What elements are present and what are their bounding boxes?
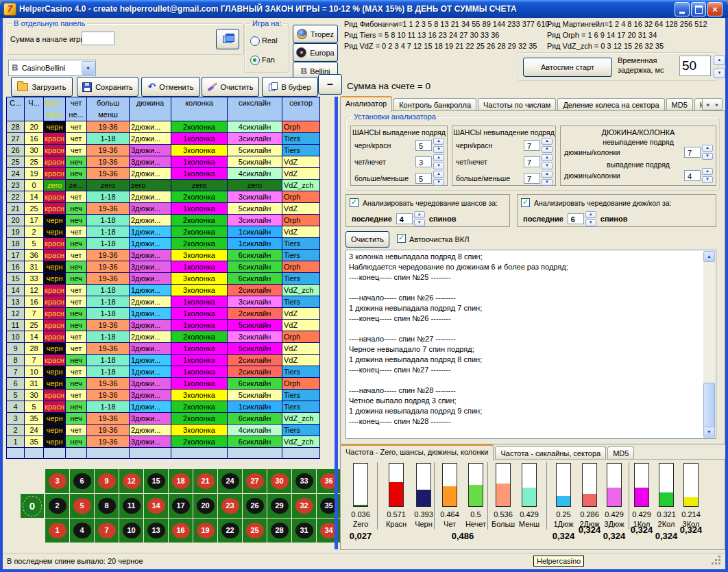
spinner-down-icon[interactable]: ▼ <box>702 176 713 183</box>
scroll-down-icon[interactable]: ▼ <box>703 427 715 438</box>
start-sum-input[interactable] <box>82 32 114 45</box>
tab-MD5[interactable]: MD5 <box>666 98 693 112</box>
roulette-18[interactable]: 18 <box>169 469 193 493</box>
roulette-32[interactable]: 32 <box>292 494 316 518</box>
radio-real[interactable] <box>250 36 260 46</box>
spinner-up-icon[interactable]: ▲ <box>433 171 444 178</box>
spinner-value[interactable]: 7 <box>684 147 701 158</box>
spinner-value[interactable]: 7 <box>524 173 540 184</box>
panel-splitter[interactable] <box>335 97 338 549</box>
spinner-value[interactable]: 3 <box>415 156 432 167</box>
spinner-down-icon[interactable]: ▼ <box>433 146 444 153</box>
spinner-down-icon[interactable]: ▼ <box>542 179 553 186</box>
tab-scroll-left-icon[interactable]: ◄ <box>705 102 710 107</box>
roulette-27[interactable]: 27 <box>243 469 267 493</box>
save-button[interactable]: Сохранить <box>77 77 138 97</box>
spinner-down-icon[interactable]: ▼ <box>433 163 444 169</box>
roulette-25[interactable]: 25 <box>243 519 267 543</box>
collapse-panel-button[interactable]: – <box>318 74 342 95</box>
roulette-9[interactable]: 9 <box>95 469 119 493</box>
roulette-33[interactable]: 33 <box>292 469 316 493</box>
maximize-button[interactable] <box>691 2 706 16</box>
spinner-down-icon[interactable]: ▼ <box>585 219 596 226</box>
scroll-up-icon[interactable]: ▲ <box>703 251 715 262</box>
roulette-14[interactable]: 14 <box>144 494 168 518</box>
roulette-30[interactable]: 30 <box>267 469 291 493</box>
roulette-7[interactable]: 7 <box>95 519 119 543</box>
roulette-19[interactable]: 19 <box>193 519 217 543</box>
casino-select[interactable]: CasinoBellini ▼ <box>8 60 96 76</box>
roulette-24[interactable]: 24 <box>218 469 242 493</box>
log-scrollbar[interactable]: ▲ ▼ <box>703 251 715 438</box>
roulette-28[interactable]: 28 <box>267 519 291 543</box>
tab-Частоты по числам[interactable]: Частоты по числам <box>478 98 556 112</box>
tab-Деление колеса на сектора[interactable]: Деление колеса на сектора <box>557 98 664 112</box>
roulette-1[interactable]: 1 <box>45 519 69 543</box>
roulette-6[interactable]: 6 <box>70 469 94 493</box>
spinner-up-icon[interactable]: ▲ <box>585 211 596 218</box>
spinner-value[interactable]: 4 <box>684 170 701 181</box>
spinner-up-icon[interactable]: ▲ <box>702 168 713 175</box>
roulette-0[interactable]: 0 <box>21 494 44 518</box>
spinner-up-icon[interactable]: ▲ <box>542 154 553 161</box>
roulette-3[interactable]: 3 <box>45 469 69 493</box>
roulette-17[interactable]: 17 <box>169 494 193 518</box>
roulette-12[interactable]: 12 <box>119 469 143 493</box>
spinner-down-icon[interactable]: ▼ <box>433 179 444 186</box>
radio-fan[interactable] <box>250 56 260 65</box>
close-button[interactable]: × <box>707 2 723 16</box>
roulette-23[interactable]: 23 <box>218 494 242 518</box>
autoclean-checkbox[interactable] <box>397 234 406 243</box>
spinner-up-icon[interactable]: ▲ <box>433 154 444 161</box>
roulette-31[interactable]: 31 <box>292 519 316 543</box>
roulette-26[interactable]: 26 <box>243 494 267 518</box>
alt-chance-checkbox[interactable] <box>350 198 359 207</box>
roulette-22[interactable]: 22 <box>218 519 242 543</box>
clear-log-button[interactable]: Очистить <box>345 231 389 248</box>
delay-input[interactable]: 50 <box>679 56 711 76</box>
tab-Контроль банкролла[interactable]: Контроль банкролла <box>393 98 476 112</box>
spinner-value[interactable]: 4 <box>396 213 413 224</box>
tab-Частота - сиклайны, сектора[interactable]: Частота - сиклайны, сектора <box>495 446 606 460</box>
spinner-value[interactable]: 7 <box>524 140 540 151</box>
spinner-value[interactable]: 5 <box>415 140 432 151</box>
casino-button-tropez[interactable]: Tropez <box>293 25 338 43</box>
casino-button-europa[interactable]: Europa <box>293 43 338 62</box>
copy-button[interactable]: В буфер <box>262 77 318 97</box>
roulette-21[interactable]: 21 <box>193 469 217 493</box>
roulette-29[interactable]: 29 <box>267 494 291 518</box>
roulette-10[interactable]: 10 <box>119 519 143 543</box>
alt-dozen-checkbox[interactable] <box>521 198 530 207</box>
roulette-13[interactable]: 13 <box>144 519 168 543</box>
tab-MD5[interactable]: MD5 <box>607 446 634 460</box>
load-button[interactable]: Загрузить <box>11 77 73 97</box>
roulette-15[interactable]: 15 <box>144 469 168 493</box>
spinner-up-icon[interactable]: ▲ <box>433 138 444 145</box>
roulette-5[interactable]: 5 <box>70 494 94 518</box>
spinner-up-icon[interactable]: ▲ <box>542 138 553 145</box>
spinner-up-icon[interactable]: ▲ <box>542 171 553 178</box>
tab-scroll-buttons[interactable]: ◄ ► <box>702 98 723 110</box>
roulette-20[interactable]: 20 <box>193 494 217 518</box>
clear-button[interactable]: Очистить <box>202 77 259 97</box>
spinner-up-icon[interactable]: ▲ <box>414 211 425 218</box>
delay-up-button[interactable]: ▲ <box>714 56 725 65</box>
roulette-8[interactable]: 8 <box>95 494 119 518</box>
detach-panel-button[interactable] <box>216 29 239 49</box>
spinner-value[interactable]: 7 <box>524 156 540 167</box>
roulette-11[interactable]: 11 <box>119 494 143 518</box>
spinner-down-icon[interactable]: ▼ <box>542 146 553 153</box>
spinner-down-icon[interactable]: ▼ <box>702 153 713 160</box>
spinner-down-icon[interactable]: ▼ <box>414 219 425 226</box>
roulette-2[interactable]: 2 <box>45 494 69 518</box>
minimize-button[interactable] <box>675 2 690 16</box>
resize-grip[interactable] <box>718 562 720 564</box>
autospin-start-button[interactable]: Автоспин старт <box>523 58 612 77</box>
roulette-16[interactable]: 16 <box>169 519 193 543</box>
chevron-down-icon[interactable]: ▼ <box>82 61 95 75</box>
roulette-4[interactable]: 4 <box>70 519 94 543</box>
scrollbar-thumb[interactable] <box>703 383 715 429</box>
delay-down-button[interactable]: ▼ <box>714 69 725 78</box>
undo-button[interactable]: Отменить <box>141 77 200 97</box>
tab-Анализатор[interactable]: Анализатор <box>340 96 392 112</box>
